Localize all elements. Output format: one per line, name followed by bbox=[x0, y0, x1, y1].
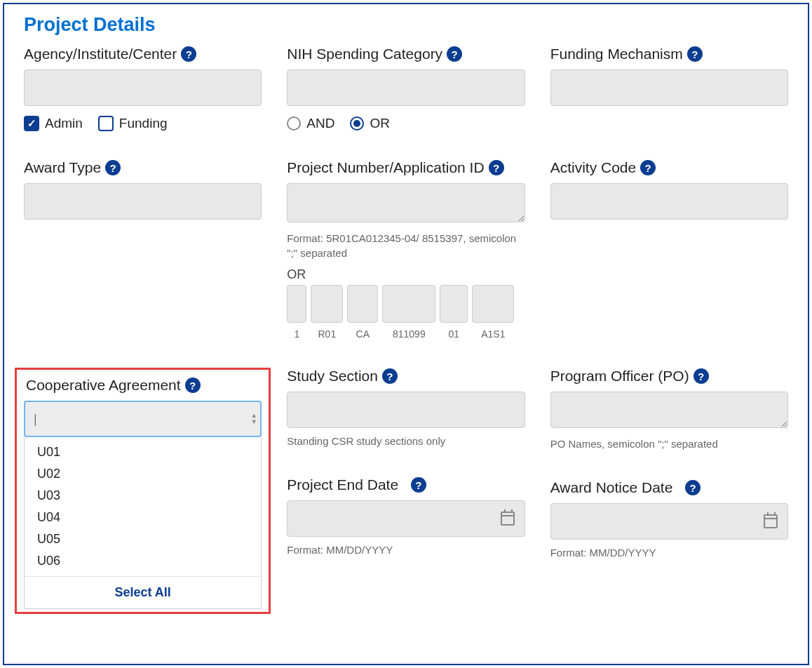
cooperative-option[interactable]: U04 bbox=[25, 507, 261, 528]
admin-checkbox[interactable] bbox=[24, 116, 39, 131]
cooperative-spinner: ▲ ▼ bbox=[248, 402, 260, 436]
select-all-button[interactable]: Select All bbox=[25, 576, 261, 608]
project-part: A1S1 bbox=[472, 285, 514, 340]
award-type-field: Award Type ? bbox=[24, 159, 262, 340]
section-title: Project Details bbox=[24, 14, 788, 36]
award-type-input[interactable] bbox=[24, 183, 262, 220]
study-section-field: Study Section ? Standing CSR study secti… bbox=[287, 368, 525, 614]
help-icon[interactable]: ? bbox=[693, 368, 709, 384]
project-part: R01 bbox=[311, 285, 343, 340]
project-number-or: OR bbox=[287, 267, 525, 282]
help-icon[interactable]: ? bbox=[185, 378, 201, 393]
project-part: 1 bbox=[287, 285, 306, 340]
study-section-input[interactable] bbox=[287, 392, 525, 428]
help-icon[interactable]: ? bbox=[411, 477, 426, 493]
program-officer-label: Program Officer (PO) bbox=[550, 368, 689, 385]
cooperative-option[interactable]: U03 bbox=[25, 485, 261, 507]
help-icon[interactable]: ? bbox=[489, 160, 504, 175]
or-radio-label: OR bbox=[370, 116, 390, 131]
project-part: CA bbox=[347, 285, 378, 340]
agency-label: Agency/Institute/Center bbox=[24, 46, 177, 62]
funding-mechanism-label: Funding Mechanism bbox=[550, 46, 683, 62]
calendar-icon[interactable] bbox=[764, 514, 778, 528]
project-number-field: Project Number/Application ID ? Format: … bbox=[287, 159, 525, 340]
help-icon[interactable]: ? bbox=[181, 46, 196, 62]
project-details-panel: Project Details Agency/Institute/Center … bbox=[3, 3, 809, 665]
cooperative-input[interactable] bbox=[25, 402, 248, 436]
project-number-helper: Format: 5R01CA012345-04/ 8515397, semico… bbox=[287, 231, 525, 260]
project-part: 01 bbox=[440, 285, 468, 340]
spinner-down-icon[interactable]: ▼ bbox=[249, 419, 259, 425]
project-part-input[interactable] bbox=[382, 285, 435, 323]
cooperative-agreement-field: Cooperative Agreement ? ▲ ▼ U01U02U03U04… bbox=[15, 368, 271, 614]
award-notice-date-label: Award Notice Date bbox=[550, 479, 673, 496]
cooperative-option[interactable]: U01 bbox=[25, 441, 261, 463]
project-number-textarea[interactable] bbox=[287, 183, 525, 222]
activity-code-input[interactable] bbox=[550, 183, 788, 220]
funding-mechanism-input[interactable] bbox=[550, 69, 788, 106]
funding-mechanism-field: Funding Mechanism ? bbox=[550, 46, 788, 131]
study-section-helper: Standing CSR study sections only bbox=[287, 434, 525, 448]
award-notice-date-input[interactable] bbox=[550, 503, 788, 540]
cooperative-dropdown: U01U02U03U04U05U06U07 Select All bbox=[24, 437, 262, 609]
help-icon[interactable]: ? bbox=[382, 368, 398, 384]
project-end-date-label: Project End Date bbox=[287, 476, 398, 493]
and-radio[interactable] bbox=[287, 116, 301, 131]
cooperative-option[interactable]: U02 bbox=[25, 463, 261, 485]
project-part-label: 1 bbox=[287, 328, 306, 340]
calendar-icon[interactable] bbox=[501, 512, 515, 526]
award-type-label: Award Type bbox=[24, 159, 101, 176]
cooperative-option-list[interactable]: U01U02U03U04U05U06U07 bbox=[25, 437, 261, 576]
funding-checkbox-label: Funding bbox=[119, 116, 168, 131]
project-end-date-input[interactable] bbox=[287, 500, 525, 537]
admin-checkbox-label: Admin bbox=[45, 116, 83, 131]
project-part-label: A1S1 bbox=[472, 328, 514, 340]
project-part-label: 811099 bbox=[382, 328, 435, 340]
program-officer-field: Program Officer (PO) ? PO Names, semicol… bbox=[550, 368, 788, 614]
project-part-input[interactable] bbox=[347, 285, 378, 323]
spending-label: NIH Spending Category bbox=[287, 46, 442, 62]
cooperative-option[interactable]: U06 bbox=[25, 550, 261, 572]
activity-code-field: Activity Code ? bbox=[550, 159, 788, 340]
project-part: 811099 bbox=[382, 285, 435, 340]
project-part-label: R01 bbox=[311, 328, 343, 340]
project-part-input[interactable] bbox=[287, 285, 306, 323]
spending-category-field: NIH Spending Category ? AND OR bbox=[287, 46, 525, 131]
help-icon[interactable]: ? bbox=[685, 480, 701, 495]
project-part-label: 01 bbox=[440, 328, 468, 340]
program-officer-helper: PO Names, semicolon ";" separated bbox=[550, 436, 788, 451]
program-officer-input[interactable] bbox=[550, 392, 788, 428]
spending-input[interactable] bbox=[287, 69, 525, 106]
and-radio-label: AND bbox=[306, 116, 334, 131]
agency-field: Agency/Institute/Center ? Admin Funding bbox=[24, 46, 262, 131]
study-section-label: Study Section bbox=[287, 368, 378, 385]
project-part-input[interactable] bbox=[472, 285, 514, 323]
help-icon[interactable]: ? bbox=[447, 46, 462, 62]
award-notice-date-helper: Format: MM/DD/YYYY bbox=[550, 545, 788, 560]
help-icon[interactable]: ? bbox=[105, 160, 121, 175]
activity-code-label: Activity Code bbox=[550, 159, 637, 176]
project-number-label: Project Number/Application ID bbox=[287, 159, 484, 176]
help-icon[interactable]: ? bbox=[640, 160, 656, 175]
help-icon[interactable]: ? bbox=[687, 46, 703, 62]
cooperative-option[interactable]: U05 bbox=[25, 528, 261, 550]
funding-checkbox[interactable] bbox=[98, 116, 114, 131]
project-part-label: CA bbox=[347, 328, 378, 340]
project-parts-row: 1R01CA81109901A1S1 bbox=[287, 285, 525, 340]
cooperative-label: Cooperative Agreement bbox=[26, 377, 181, 394]
cooperative-input-wrap[interactable]: ▲ ▼ bbox=[24, 401, 262, 437]
or-radio[interactable] bbox=[350, 116, 364, 131]
project-end-date-helper: Format: MM/DD/YYYY bbox=[287, 542, 525, 557]
agency-input[interactable] bbox=[24, 69, 262, 106]
project-part-input[interactable] bbox=[311, 285, 343, 323]
project-part-input[interactable] bbox=[440, 285, 468, 323]
